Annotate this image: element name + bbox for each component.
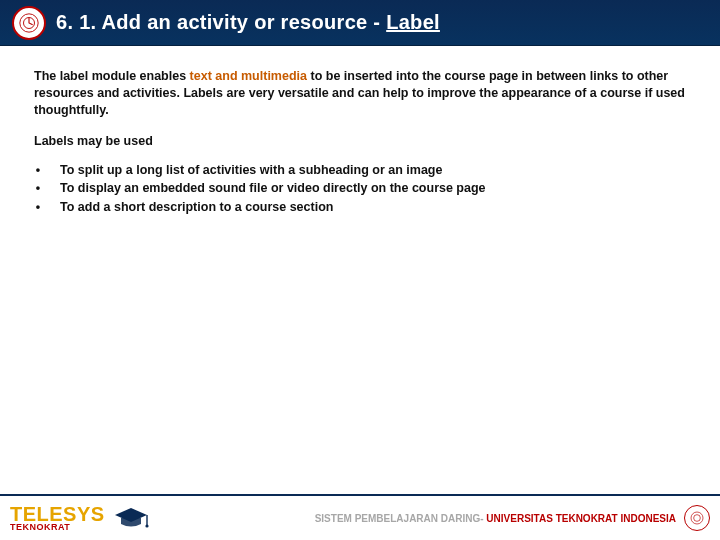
bullet-icon: • [34, 162, 42, 179]
bullet-text: To add a short description to a course s… [60, 199, 333, 216]
svg-point-3 [145, 524, 148, 527]
footer-left: TELESYS TEKNOKRAT [10, 505, 151, 531]
bullet-icon: • [34, 199, 42, 216]
intro-highlight: text and multimedia [190, 69, 307, 83]
bullet-text: To display an embedded sound file or vid… [60, 180, 486, 197]
graduation-cap-icon [111, 505, 151, 531]
bullet-icon: • [34, 180, 42, 197]
tagline-red: UNIVERSITAS TEKNOKRAT INDONESIA [486, 513, 676, 524]
svg-point-5 [694, 515, 701, 522]
bullet-text: To split up a long list of activities wi… [60, 162, 442, 179]
brand-name: TELESYS [10, 505, 105, 523]
page-title: 6. 1. Add an activity or resource - Labe… [56, 11, 440, 34]
title-label-word: Label [386, 11, 440, 33]
slide: 6. 1. Add an activity or resource - Labe… [0, 0, 720, 540]
intro-paragraph: The label module enables text and multim… [34, 68, 686, 119]
content-body: The label module enables text and multim… [0, 46, 720, 216]
university-logo-icon [12, 6, 46, 40]
list-item: •To split up a long list of activities w… [34, 162, 686, 179]
subheading: Labels may be used [34, 133, 686, 150]
list-item: •To add a short description to a course … [34, 199, 686, 216]
title-prefix: 6. 1. Add an activity or resource - [56, 11, 386, 33]
footer-tagline: SISTEM PEMBELAJARAN DARING- UNIVERSITAS … [315, 513, 676, 524]
svg-point-4 [691, 512, 703, 524]
list-item: •To display an embedded sound file or vi… [34, 180, 686, 197]
intro-pre: The label module enables [34, 69, 190, 83]
tagline-gray: SISTEM PEMBELAJARAN DARING- [315, 513, 487, 524]
footer-bar: TELESYS TEKNOKRAT SISTEM PEMBELAJARAN DA… [0, 494, 720, 540]
brand-block: TELESYS TEKNOKRAT [10, 505, 105, 531]
university-logo-small-icon [684, 505, 710, 531]
footer-right: SISTEM PEMBELAJARAN DARING- UNIVERSITAS … [315, 505, 710, 531]
bullet-list: •To split up a long list of activities w… [34, 162, 686, 217]
title-bar: 6. 1. Add an activity or resource - Labe… [0, 0, 720, 46]
